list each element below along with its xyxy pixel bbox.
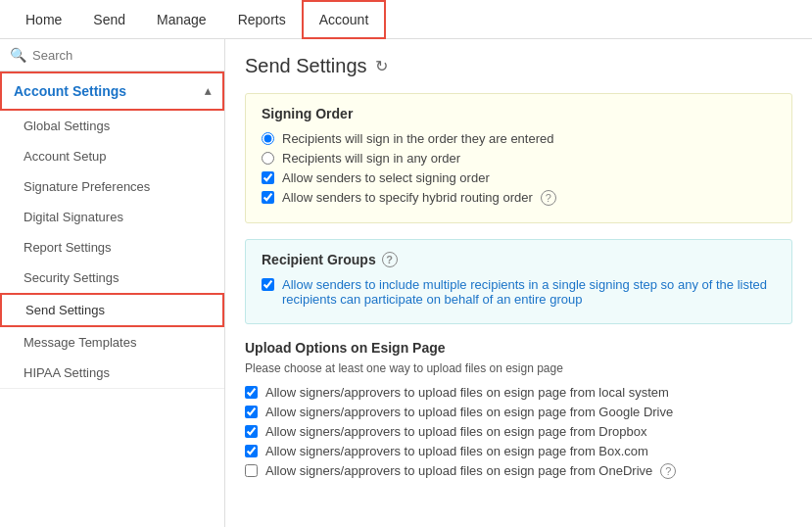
nav-account[interactable]: Account bbox=[302, 0, 387, 39]
signing-order-checkbox-4[interactable] bbox=[262, 191, 274, 204]
upload-label-1: Allow signers/approvers to upload files … bbox=[265, 385, 669, 400]
recipient-groups-title: Recipient Groups ? bbox=[262, 252, 776, 267]
sidebar-item-message-templates[interactable]: Message Templates bbox=[0, 327, 224, 358]
sidebar-item-send-settings[interactable]: Send Settings bbox=[0, 293, 224, 327]
sidebar-item-account-setup[interactable]: Account Setup bbox=[0, 141, 224, 171]
search-input[interactable] bbox=[32, 48, 215, 63]
chevron-up-icon: ▴ bbox=[205, 84, 211, 98]
recipient-groups-section: Recipient Groups ? Allow senders to incl… bbox=[245, 239, 792, 324]
nav-home[interactable]: Home bbox=[10, 2, 77, 37]
upload-label-3: Allow signers/approvers to upload files … bbox=[265, 424, 647, 439]
sidebar-item-signature-preferences[interactable]: Signature Preferences bbox=[0, 171, 224, 202]
sidebar-item-report-settings[interactable]: Report Settings bbox=[0, 232, 224, 263]
recipient-groups-help-icon[interactable]: ? bbox=[382, 252, 398, 267]
signing-order-label-3: Allow senders to select signing order bbox=[282, 170, 490, 185]
signing-order-item-4: Allow senders to specify hybrid routing … bbox=[262, 190, 776, 206]
upload-checkbox-2[interactable] bbox=[245, 406, 258, 418]
upload-label-2: Allow signers/approvers to upload files … bbox=[265, 405, 673, 419]
nav-manage[interactable]: Manage bbox=[141, 2, 222, 37]
sidebar: 🔍 Account Settings ▴ Global Settings Acc… bbox=[0, 39, 225, 527]
nav-reports[interactable]: Reports bbox=[222, 2, 302, 37]
upload-item-4: Allow signers/approvers to upload files … bbox=[245, 444, 792, 458]
sidebar-item-global-settings[interactable]: Global Settings bbox=[0, 111, 224, 141]
upload-checkbox-4[interactable] bbox=[245, 445, 258, 457]
sidebar-item-digital-signatures[interactable]: Digital Signatures bbox=[0, 202, 224, 232]
signing-order-radio-2[interactable] bbox=[262, 152, 274, 165]
recipient-groups-label-1: Allow senders to include multiple recipi… bbox=[282, 277, 776, 307]
signing-order-checkbox-3[interactable] bbox=[262, 171, 274, 184]
signing-order-label-1: Recipients will sign in the order they a… bbox=[282, 131, 553, 146]
signing-order-item-3: Allow senders to select signing order bbox=[262, 170, 776, 185]
upload-label-4: Allow signers/approvers to upload files … bbox=[265, 444, 648, 458]
sidebar-item-security-settings[interactable]: Security Settings bbox=[0, 263, 224, 293]
main-layout: 🔍 Account Settings ▴ Global Settings Acc… bbox=[0, 39, 812, 527]
upload-options-subtitle: Please choose at least one way to upload… bbox=[245, 361, 792, 375]
recipient-groups-item-1: Allow senders to include multiple recipi… bbox=[262, 277, 776, 307]
upload-checkbox-1[interactable] bbox=[245, 386, 258, 399]
account-settings-header[interactable]: Account Settings ▴ bbox=[0, 72, 224, 111]
signing-order-help-icon[interactable]: ? bbox=[541, 190, 556, 206]
signing-order-label-4: Allow senders to specify hybrid routing … bbox=[282, 190, 533, 205]
upload-item-1: Allow signers/approvers to upload files … bbox=[245, 385, 792, 400]
main-content: Send Settings ↻ Signing Order Recipients… bbox=[225, 39, 812, 527]
upload-item-2: Allow signers/approvers to upload files … bbox=[245, 405, 792, 419]
upload-label-5: Allow signers/approvers to upload files … bbox=[265, 463, 652, 478]
page-title: Send Settings ↻ bbox=[245, 55, 792, 77]
upload-checkbox-5[interactable] bbox=[245, 464, 258, 477]
upload-options-section: Upload Options on Esign Page Please choo… bbox=[245, 340, 792, 479]
page-title-text: Send Settings bbox=[245, 55, 367, 77]
signing-order-radio-1[interactable] bbox=[262, 132, 274, 145]
sidebar-item-hipaa-settings[interactable]: HIPAA Settings bbox=[0, 358, 224, 388]
top-nav: Home Send Manage Reports Account bbox=[0, 0, 812, 39]
recipient-groups-checkbox-1[interactable] bbox=[262, 278, 274, 291]
search-icon: 🔍 bbox=[10, 47, 26, 63]
upload-item-3: Allow signers/approvers to upload files … bbox=[245, 424, 792, 439]
signing-order-section: Signing Order Recipients will sign in th… bbox=[245, 93, 792, 223]
search-box: 🔍 bbox=[0, 39, 224, 72]
signing-order-item-2: Recipients will sign in any order bbox=[262, 151, 776, 166]
sidebar-section-account-settings: Account Settings ▴ Global Settings Accou… bbox=[0, 72, 224, 389]
signing-order-item-1: Recipients will sign in the order they a… bbox=[262, 131, 776, 146]
nav-send[interactable]: Send bbox=[77, 2, 141, 37]
signing-order-title: Signing Order bbox=[262, 106, 776, 121]
upload-checkbox-3[interactable] bbox=[245, 425, 258, 438]
account-settings-label: Account Settings bbox=[14, 83, 126, 99]
refresh-icon[interactable]: ↻ bbox=[375, 57, 388, 75]
upload-item-5: Allow signers/approvers to upload files … bbox=[245, 463, 792, 479]
signing-order-label-2: Recipients will sign in any order bbox=[282, 151, 460, 166]
upload-help-icon[interactable]: ? bbox=[660, 463, 676, 479]
upload-options-title: Upload Options on Esign Page bbox=[245, 340, 792, 356]
